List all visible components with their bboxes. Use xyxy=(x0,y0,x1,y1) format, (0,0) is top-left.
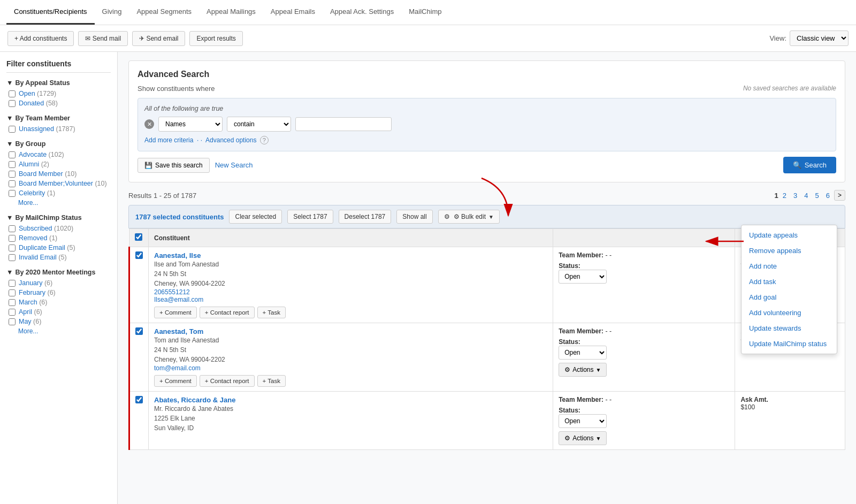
row-3-checkbox[interactable] xyxy=(135,396,143,403)
remove-criteria-button[interactable]: ✕ xyxy=(144,119,154,129)
filter-board-volunteer-cb[interactable] xyxy=(9,180,16,187)
filter-celebrity-label[interactable]: Celebrity (1) xyxy=(19,189,55,197)
nav-item-appeal-ack[interactable]: Appeal Ack. Settings xyxy=(323,0,401,25)
filter-open-label[interactable]: Open (1729) xyxy=(19,90,56,97)
add-more-criteria-link[interactable]: Add more criteria xyxy=(144,136,193,144)
contact-report-btn-2[interactable]: + Contact report xyxy=(200,375,255,387)
filter-subscribed-label[interactable]: Subscribed (1020) xyxy=(19,225,73,232)
search-button[interactable]: 🔍 Search xyxy=(783,157,836,173)
filter-jan-label[interactable]: January (6) xyxy=(19,279,52,287)
nav-item-appeal-mailings[interactable]: Appeal Mailings xyxy=(199,0,263,25)
status-select-1[interactable]: Open xyxy=(559,270,607,284)
comment-btn-1[interactable]: + Comment xyxy=(154,307,197,318)
page-1[interactable]: 1 xyxy=(775,192,778,200)
send-mail-button[interactable]: ✉ Send mail xyxy=(78,31,128,46)
filter-team-member-header[interactable]: ▼ By Team Member xyxy=(6,114,111,122)
filter-board-member-cb[interactable] xyxy=(9,171,16,178)
filter-unassigned-label[interactable]: Unassigned (1787) xyxy=(19,125,75,133)
filter-mentor-header[interactable]: ▼ By 2020 Mentor Meetings xyxy=(6,269,111,276)
filter-invalid-email-label[interactable]: Invalid Email (5) xyxy=(19,254,67,261)
view-select[interactable]: Classic view xyxy=(790,30,849,46)
add-volunteering-item[interactable]: Add volunteering xyxy=(742,305,837,320)
save-search-button[interactable]: 💾 Save this search xyxy=(137,158,210,173)
actions-button-2[interactable]: ⚙ Actions ▼ xyxy=(559,363,607,377)
row-2-checkbox[interactable] xyxy=(135,327,143,335)
nav-item-giving[interactable]: Giving xyxy=(95,0,129,25)
select-all-checkbox[interactable] xyxy=(135,233,142,241)
add-task-item[interactable]: Add task xyxy=(742,274,837,289)
filter-dup-email-cb[interactable] xyxy=(9,245,16,251)
filter-donated-label[interactable]: Donated (58) xyxy=(19,100,58,107)
update-stewards-item[interactable]: Update stewards xyxy=(742,320,837,336)
filter-alumni-cb[interactable] xyxy=(9,161,16,168)
filter-alumni-label[interactable]: Alumni (2) xyxy=(19,161,49,168)
actions-button-3[interactable]: ⚙ Actions ▼ xyxy=(559,431,607,445)
clear-selected-button[interactable]: Clear selected xyxy=(229,210,282,224)
filter-advocate-label[interactable]: Advocate (102) xyxy=(19,151,64,158)
filter-appeal-status-header[interactable]: ▼ By Appeal Status xyxy=(6,79,111,87)
add-constituents-button[interactable]: + Add constituents xyxy=(7,31,74,46)
export-results-button[interactable]: Export results xyxy=(189,31,242,46)
next-page-button[interactable]: > xyxy=(834,190,845,201)
criteria-value-input[interactable] xyxy=(295,117,392,131)
filter-donated-checkbox[interactable] xyxy=(9,100,16,107)
filter-subscribed-cb[interactable] xyxy=(9,225,16,232)
update-mailchimp-item[interactable]: Update MailChimp status xyxy=(742,336,837,352)
constituent-name-3[interactable]: Abates, Riccardo & Jane xyxy=(154,396,547,404)
page-3[interactable]: 3 xyxy=(791,190,800,201)
constituent-name-1[interactable]: Aanestad, Ilse xyxy=(154,251,547,259)
filter-mailchimp-header[interactable]: ▼ By MailChimp Status xyxy=(6,214,111,222)
page-2[interactable]: 2 xyxy=(780,190,789,201)
mentor-more-link[interactable]: More... xyxy=(6,327,111,335)
status-select-2[interactable]: Open xyxy=(559,346,607,360)
criteria-field-select[interactable]: Names xyxy=(158,117,223,132)
filter-celebrity-cb[interactable] xyxy=(9,190,16,197)
add-goal-item[interactable]: Add goal xyxy=(742,289,837,305)
filter-removed-cb[interactable] xyxy=(9,235,16,242)
constituent-phone-1[interactable]: 2065551212 xyxy=(154,288,547,296)
nav-item-appeal-emails[interactable]: Appeal Emails xyxy=(263,0,323,25)
filter-may-label[interactable]: May (6) xyxy=(19,318,41,325)
advanced-options-link[interactable]: Advanced options xyxy=(205,136,256,144)
new-search-link[interactable]: New Search xyxy=(215,161,253,169)
nav-item-mailchimp[interactable]: MailChimp xyxy=(401,0,449,25)
filter-feb-label[interactable]: February (6) xyxy=(19,289,56,296)
filter-dup-email-label[interactable]: Duplicate Email (5) xyxy=(19,244,75,251)
nav-item-constituents[interactable]: Constituents/Recipients xyxy=(6,0,95,25)
remove-appeals-item[interactable]: Remove appeals xyxy=(742,243,837,258)
filter-unassigned-checkbox[interactable] xyxy=(9,126,16,133)
nav-item-appeal-segments[interactable]: Appeal Segments xyxy=(129,0,199,25)
task-btn-1[interactable]: + Task xyxy=(257,307,286,318)
select-1787-button[interactable]: Select 1787 xyxy=(287,210,333,224)
filter-mar-cb[interactable] xyxy=(9,299,16,306)
criteria-operator-select[interactable]: contain xyxy=(227,117,291,132)
filter-group-header[interactable]: ▼ By Group xyxy=(6,140,111,148)
filter-apr-label[interactable]: April (6) xyxy=(19,308,42,316)
constituent-email-2[interactable]: tom@email.com xyxy=(154,364,547,372)
page-4[interactable]: 4 xyxy=(801,190,811,201)
add-note-item[interactable]: Add note xyxy=(742,258,837,274)
constituent-email-1[interactable]: Ilsea@email.com xyxy=(154,296,547,303)
filter-open-checkbox[interactable] xyxy=(9,90,16,97)
page-5[interactable]: 5 xyxy=(813,190,822,201)
contact-report-btn-1[interactable]: + Contact report xyxy=(200,307,255,318)
filter-may-cb[interactable] xyxy=(9,318,16,325)
group-more-link[interactable]: More... xyxy=(6,199,111,207)
deselect-1787-button[interactable]: Deselect 1787 xyxy=(339,210,392,224)
task-btn-2[interactable]: + Task xyxy=(257,375,286,387)
update-appeals-item[interactable]: Update appeals xyxy=(742,227,837,243)
help-icon[interactable]: ? xyxy=(260,136,269,144)
comment-btn-2[interactable]: + Comment xyxy=(154,375,197,387)
filter-board-member-label[interactable]: Board Member (10) xyxy=(19,170,77,178)
filter-removed-label[interactable]: Removed (1) xyxy=(19,234,57,242)
send-email-button[interactable]: ✈ Send email xyxy=(132,31,185,46)
filter-jan-cb[interactable] xyxy=(9,280,16,287)
filter-feb-cb[interactable] xyxy=(9,289,16,296)
filter-advocate-cb[interactable] xyxy=(9,151,16,158)
constituent-name-2[interactable]: Aanestad, Tom xyxy=(154,327,547,335)
status-select-3[interactable]: Open xyxy=(559,414,607,428)
page-6[interactable]: 6 xyxy=(823,190,832,201)
show-all-button[interactable]: Show all xyxy=(396,210,432,224)
filter-invalid-email-cb[interactable] xyxy=(9,254,16,261)
bulk-edit-button[interactable]: ⚙ ⚙ Bulk edit ▼ xyxy=(438,210,500,224)
